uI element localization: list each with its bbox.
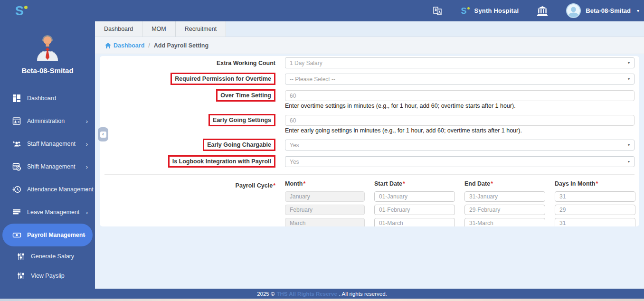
days-in-month-input[interactable]: 29 xyxy=(555,205,635,215)
user-menu-caret-icon[interactable]: ▾ xyxy=(637,8,639,13)
days-in-month-input[interactable]: 31 xyxy=(555,218,635,226)
sidebar-item-label: Leave Management xyxy=(27,209,80,216)
sidebar-item-label: Dashboard xyxy=(27,95,56,102)
days-in-month-input[interactable]: 31 xyxy=(555,191,635,202)
sidebar-collapse-toggle[interactable]: ‹ xyxy=(98,127,108,141)
end-date-input[interactable]: 31-January xyxy=(464,191,545,202)
tab-recruitment[interactable]: Recruitment xyxy=(176,21,226,37)
select-caret-icon: ▾ xyxy=(628,61,630,65)
payroll-cycle-section: Payroll Cycle Month Start Date End Date … xyxy=(104,180,635,226)
user-avatar[interactable] xyxy=(566,3,581,18)
select-caret-icon: ▾ xyxy=(628,160,630,164)
payroll-setting-form-card: Extra Working Count 1 Day Salary ▾ Requi… xyxy=(100,56,639,226)
chevron-right-icon: › xyxy=(86,186,88,193)
footer-suffix: . All rights reserved. xyxy=(339,291,387,297)
tab-bar: Dashboard MOM Recruitment xyxy=(95,21,644,37)
chevron-right-icon: › xyxy=(86,141,88,148)
section-divider xyxy=(104,174,635,175)
navbar-user-name[interactable]: Beta-08-Smitad xyxy=(586,7,631,14)
column-header-start-date: Start Date xyxy=(374,180,455,188)
sidebar-item-label: Administration xyxy=(27,118,65,124)
field-over-time-setting: Over Time Setting 60 Enter overtime sett… xyxy=(104,89,635,109)
bottom-edge-strip xyxy=(0,299,644,301)
sidebar-menu: Dashboard Administration › xyxy=(0,87,95,301)
month-input[interactable]: February xyxy=(285,205,365,215)
sidebar-item-staff-management[interactable]: Staff Management › xyxy=(0,132,95,155)
start-date-input[interactable]: 01-February xyxy=(374,205,455,215)
field-label-highlighted: Over Time Setting xyxy=(216,89,275,102)
footer-prefix: 2025 © xyxy=(257,291,275,297)
payroll-cycle-table: Month Start Date End Date Days In Month … xyxy=(285,180,635,226)
tab-dashboard[interactable]: Dashboard xyxy=(95,21,142,37)
start-date-input[interactable]: 01-March xyxy=(374,218,455,226)
sidebar-item-payroll-management[interactable]: Payroll Management › xyxy=(2,224,93,246)
breadcrumb-current: Add Payroll Setting xyxy=(154,42,208,49)
language-translate-icon[interactable] xyxy=(432,5,443,17)
select-caret-icon: ▾ xyxy=(628,143,630,147)
home-icon xyxy=(105,43,111,48)
end-date-input[interactable]: 31-March xyxy=(464,218,545,226)
hospital-name: Synth Hospital xyxy=(474,7,519,14)
app-root: S S Synth Hospital xyxy=(0,0,644,301)
sidebar-item-label: Staff Management xyxy=(27,141,76,147)
field-early-going-settings: Early Going Settings 60 Enter early goin… xyxy=(104,114,635,134)
extra-working-count-select[interactable]: 1 Day Salary ▾ xyxy=(285,57,635,68)
over-time-setting-input[interactable]: 60 xyxy=(285,90,635,101)
end-date-input[interactable]: 29-February xyxy=(464,205,545,215)
chevron-right-icon: › xyxy=(86,118,88,125)
sliders-icon xyxy=(18,252,25,260)
sidebar-item-dashboard[interactable]: Dashboard xyxy=(0,87,95,110)
sidebar-subitem-view-payslip[interactable]: View Payslip xyxy=(0,266,95,285)
sidebar-item-label: Shift Management xyxy=(27,163,75,170)
hospital-logo[interactable]: S xyxy=(461,6,470,16)
column-header-end-date: End Date xyxy=(464,180,545,188)
navbar-right-group: S Synth Hospital xyxy=(432,3,644,18)
sidebar-item-attendance-management[interactable]: Attendance Management › xyxy=(0,178,95,201)
field-label-highlighted: Early Going Chargable xyxy=(203,139,275,151)
start-date-input[interactable]: 01-January xyxy=(374,191,455,202)
list-bars-icon xyxy=(12,208,21,217)
page-footer: 2025 © THS All Rights Reserve . All righ… xyxy=(0,289,644,299)
breadcrumb: Dashboard / Add Payroll Setting xyxy=(95,37,644,54)
sidebar-subitem-generate-salary[interactable]: Generate Salary xyxy=(0,246,95,266)
sliders-icon xyxy=(18,272,25,280)
month-input[interactable]: January xyxy=(285,191,365,202)
select-caret-icon: ▾ xyxy=(628,77,630,81)
sidebar-item-administration[interactable]: Administration › xyxy=(0,110,95,132)
sidebar-subitem-label: View Payslip xyxy=(31,273,65,279)
breadcrumb-home-link[interactable]: Dashboard xyxy=(105,42,144,49)
footer-link[interactable]: THS All Rights Reserve xyxy=(276,291,337,297)
id-card-icon xyxy=(12,117,21,126)
profile-avatar-image xyxy=(33,33,62,61)
hospital-logo-letter: S xyxy=(461,6,467,16)
history-clock-icon xyxy=(12,185,21,194)
early-going-settings-input[interactable]: 60 xyxy=(285,115,635,126)
field-label-highlighted: Early Going Settings xyxy=(208,114,275,126)
sidebar: Beta-08-Smitad Dashboard xyxy=(0,21,95,289)
field-label-highlighted: Is Logbook Integration with Payroll xyxy=(168,155,275,168)
month-input[interactable]: March xyxy=(285,218,365,226)
breadcrumb-separator: / xyxy=(148,42,150,49)
sidebar-item-leave-management[interactable]: Leave Management › xyxy=(0,201,95,224)
field-extra-working-count: Extra Working Count 1 Day Salary ▾ xyxy=(104,57,635,68)
main-content: Dashboard MOM Recruitment Dashboard / Ad… xyxy=(95,21,644,289)
field-is-logbook-integration: Is Logbook Integration with Payroll Yes … xyxy=(104,155,635,168)
add-users-icon xyxy=(12,140,21,149)
collapse-left-icon: ‹ xyxy=(100,132,106,138)
hospital-logo-dot xyxy=(467,7,470,9)
chevron-right-icon: › xyxy=(84,232,85,239)
field-early-going-chargable: Early Going Chargable Yes ▾ xyxy=(104,139,635,151)
sidebar-item-label: Payroll Management xyxy=(27,232,85,238)
early-going-helper-text: Enter early going settings in minutes (e… xyxy=(285,127,635,134)
logbook-integration-select[interactable]: Yes ▾ xyxy=(285,156,635,167)
field-label: Extra Working Count xyxy=(217,57,275,66)
app-logo[interactable]: S xyxy=(0,4,95,18)
field-label-highlighted: Required Permission for Overtime xyxy=(170,73,275,85)
sidebar-item-shift-management[interactable]: Shift Management › xyxy=(0,155,95,178)
bank-building-icon[interactable] xyxy=(537,6,548,16)
early-going-chargable-select[interactable]: Yes ▾ xyxy=(285,140,635,150)
required-permission-overtime-select[interactable]: -- Please Select -- ▾ xyxy=(285,74,635,85)
logo-dot xyxy=(24,6,28,9)
tab-mom[interactable]: MOM xyxy=(142,21,176,37)
field-required-permission-for-overtime: Required Permission for Overtime -- Plea… xyxy=(104,73,635,85)
